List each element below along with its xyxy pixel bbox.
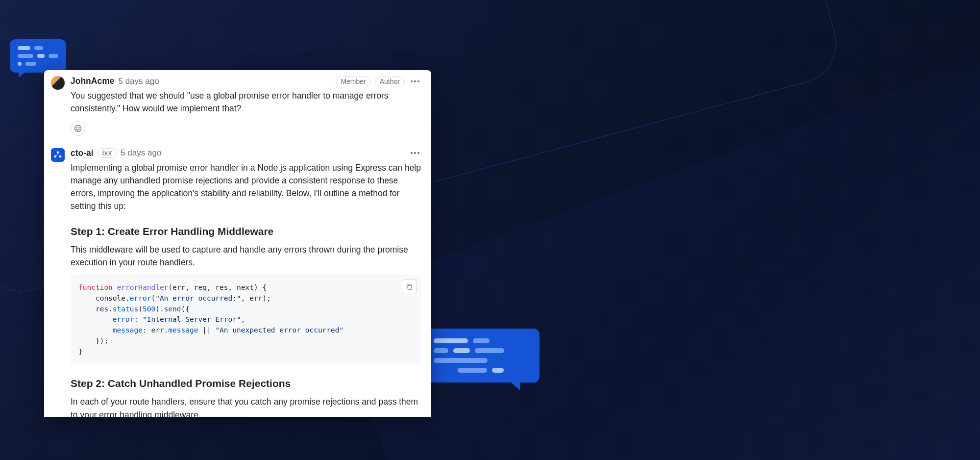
timestamp: 5 days ago [118,77,159,86]
smiley-icon [74,125,82,132]
comment-thread-card: JohnAcme 5 days ago Member Author You su… [44,70,431,417]
svg-point-5 [59,155,62,157]
comment: JohnAcme 5 days ago Member Author You su… [44,70,431,142]
timestamp: 5 days ago [121,148,161,158]
more-options-icon[interactable] [409,78,421,84]
chat-bubble-icon [10,39,66,73]
comment-body: Implementing a global promise error hand… [71,161,421,213]
chat-bubble-icon [422,329,539,383]
avatar[interactable] [51,148,65,162]
comment-header: cto-ai bot 5 days ago [71,148,421,158]
comment-body: You suggested that we should "use a glob… [71,89,421,115]
svg-point-3 [57,151,59,153]
copy-icon [406,283,413,290]
avatar[interactable] [51,76,65,90]
add-reaction-button[interactable] [71,121,85,136]
role-badge: Author [375,77,405,86]
bot-badge: bot [98,148,117,158]
svg-point-4 [54,155,57,157]
step-heading: Step 2: Catch Unhandled Promise Rejectio… [71,378,421,389]
svg-point-2 [79,128,79,128]
step-heading: Step 1: Create Error Handling Middleware [71,226,421,237]
comment-header: JohnAcme 5 days ago Member Author [71,76,421,86]
svg-rect-6 [408,285,412,289]
svg-point-1 [76,128,77,128]
copy-button[interactable] [402,280,416,294]
more-options-icon[interactable] [409,150,421,156]
svg-point-0 [75,125,81,131]
comment: cto-ai bot 5 days ago Implementing a glo… [44,142,431,417]
step-text: In each of your route handlers, ensure t… [71,395,421,417]
role-badge: Member [336,77,370,86]
step-text: This middleware will be used to capture … [71,243,421,269]
username[interactable]: cto-ai [71,148,94,158]
username[interactable]: JohnAcme [71,76,114,86]
bot-icon [53,151,62,159]
code-block: function errorHandler(err, req, res, nex… [71,275,421,365]
